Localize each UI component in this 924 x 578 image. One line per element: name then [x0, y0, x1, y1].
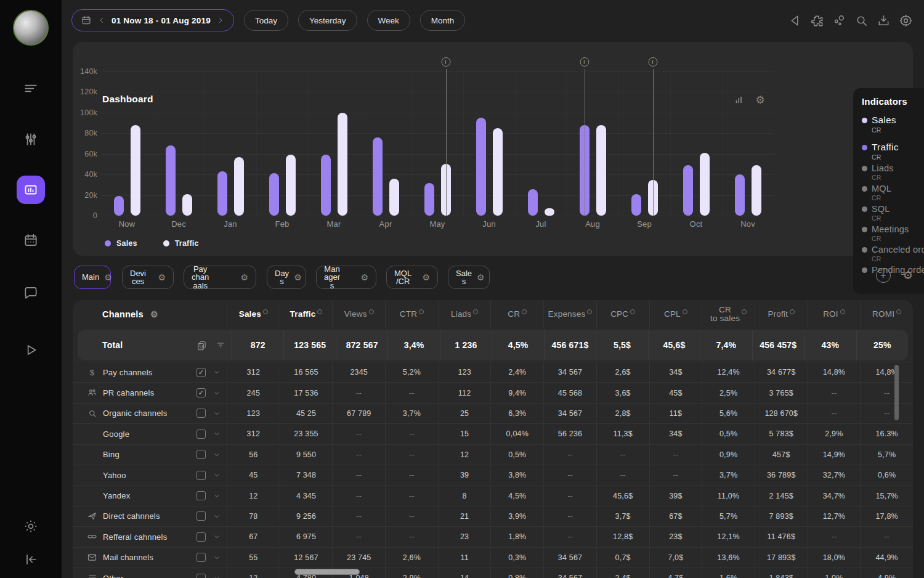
traffic-bar[interactable]: [493, 128, 503, 216]
tab-day-s[interactable]: Day s⚙: [267, 266, 306, 289]
sliders-icon[interactable]: [23, 131, 39, 147]
date-range-picker[interactable]: 01 Now 18 - 01 Aug 2019: [71, 9, 234, 31]
table-row-direct-cahnnels[interactable]: Direct cahnnels789 256----213,9%--3,7$67…: [73, 506, 913, 526]
bar-group-mar[interactable]: [308, 71, 360, 216]
download-icon[interactable]: [877, 14, 891, 28]
tab-sale-s[interactable]: Sale s⚙: [448, 266, 490, 289]
legend-item-traffic[interactable]: Traffic: [163, 239, 199, 248]
copy-pages-icon[interactable]: [197, 340, 207, 351]
yesterday-button[interactable]: Yesterday: [298, 10, 357, 31]
gear-icon[interactable]: ⚙: [477, 273, 485, 282]
table-row-mail-channels[interactable]: Mail channels5512 56723 7452,6%110,3%34 …: [73, 547, 913, 568]
bar-group-feb[interactable]: [256, 71, 308, 216]
bar-group-nov[interactable]: [722, 71, 774, 216]
chevron-down-icon[interactable]: [213, 410, 221, 417]
column-header-cpc[interactable]: CPC: [596, 300, 649, 328]
puzzle-icon[interactable]: [810, 14, 824, 28]
chevron-right-icon[interactable]: [216, 16, 225, 25]
brightness-icon[interactable]: [23, 518, 39, 534]
table-row-yahoo[interactable]: Yahoo457 348----393,8%------3,7%36 789$3…: [73, 465, 913, 485]
traffic-bar[interactable]: [545, 208, 554, 216]
row-checkbox[interactable]: ✓: [197, 388, 206, 397]
indicator-liads[interactable]: Liads1 236CR3,5%: [862, 163, 924, 181]
tab-mql-cr[interactable]: MQL /CR⚙: [386, 266, 438, 289]
row-checkbox[interactable]: [197, 491, 206, 500]
gear-icon[interactable]: ⚙: [158, 273, 166, 282]
gear-icon[interactable]: ⚙: [150, 310, 158, 319]
gear-icon[interactable]: ⚙: [240, 273, 248, 282]
tab-man-ager-s[interactable]: Man ager s⚙: [316, 266, 376, 289]
gear-icon[interactable]: ⚙: [422, 273, 430, 282]
row-checkbox[interactable]: [197, 532, 206, 542]
indicator-sales[interactable]: Sales872CR71%: [862, 115, 924, 134]
avatar[interactable]: [13, 10, 49, 46]
today-button[interactable]: Today: [244, 10, 288, 31]
info-icon[interactable]: [473, 309, 478, 314]
indicator-traffic[interactable]: Traffic123 565CR2,5%: [862, 142, 924, 161]
column-header-cr-to-sales[interactable]: CR to sales: [702, 300, 755, 328]
bar-group-jun[interactable]: [463, 71, 515, 216]
table-total-row[interactable]: Total 872123 565872 5673,4%1 2364,5%456 …: [78, 330, 908, 360]
traffic-bar[interactable]: [596, 125, 606, 216]
info-icon[interactable]: [840, 309, 845, 314]
table-row-pr-cahannels[interactable]: PR cahannels✓24517 536----1129,4%45 5683…: [73, 382, 913, 402]
gear-icon[interactable]: ⚙: [360, 273, 368, 282]
chart-plot[interactable]: !!!: [101, 71, 774, 216]
month-button[interactable]: Month: [420, 10, 466, 31]
chevron-down-icon[interactable]: [213, 533, 221, 540]
info-icon[interactable]: [896, 309, 901, 314]
gear-icon[interactable]: [899, 14, 913, 28]
column-header-views[interactable]: Views: [332, 300, 385, 328]
indicator-canceled-order[interactable]: Canceled order459CR23%: [862, 245, 924, 263]
sales-bar[interactable]: [373, 137, 383, 216]
gear-icon[interactable]: ⚙: [903, 270, 913, 281]
column-header-traffic[interactable]: Traffic: [280, 300, 333, 328]
info-icon[interactable]: [790, 309, 795, 314]
column-header-ctr[interactable]: CTR: [385, 300, 438, 328]
row-checkbox[interactable]: [197, 511, 206, 521]
sales-bar[interactable]: [476, 118, 486, 216]
sales-bar[interactable]: [166, 145, 176, 216]
calendar-icon[interactable]: [23, 232, 39, 248]
table-vertical-scrollbar[interactable]: [894, 365, 899, 420]
bar-group-jul[interactable]: [515, 71, 567, 216]
bar-group-aug[interactable]: !: [567, 71, 618, 216]
tab-main[interactable]: Main⚙: [74, 266, 111, 289]
week-button[interactable]: Week: [367, 10, 410, 31]
traffic-bar[interactable]: [182, 194, 192, 216]
search-icon[interactable]: [854, 14, 869, 28]
row-checkbox[interactable]: [197, 409, 206, 418]
chevron-down-icon[interactable]: [213, 471, 221, 479]
traffic-bar[interactable]: [131, 125, 140, 216]
chevron-left-icon[interactable]: [97, 16, 106, 25]
annotation-marker-icon[interactable]: !: [580, 57, 589, 67]
sales-bar[interactable]: [683, 165, 693, 216]
indicator-meetings[interactable]: Meetings342CR34%: [862, 224, 924, 242]
info-icon[interactable]: [369, 309, 374, 314]
bar-group-oct[interactable]: [670, 71, 722, 216]
info-icon[interactable]: [742, 309, 747, 314]
bar-group-now[interactable]: [101, 71, 153, 216]
table-row-yandex[interactable]: Yandex124 345----84,5%--45,6$39$11,0%2 1…: [73, 485, 913, 505]
table-row-pay-channels[interactable]: $Pay channels✓31216 56523455,2%1232,4%34…: [73, 362, 913, 382]
bar-group-apr[interactable]: [360, 71, 411, 216]
bar-group-dec[interactable]: [153, 71, 205, 216]
table-row-other[interactable]: Other124 7801 0482,9%140,8%34 5672,4$4,7…: [73, 568, 913, 578]
collapse-icon[interactable]: [23, 552, 39, 568]
column-header-cpl[interactable]: CPL: [649, 300, 702, 328]
info-icon[interactable]: [522, 309, 527, 314]
traffic-bar[interactable]: [286, 155, 296, 216]
chevron-down-icon[interactable]: [213, 492, 221, 500]
table-row-google[interactable]: Google31223 355----150,04%56 23611,3$34$…: [73, 423, 913, 444]
column-header-roi[interactable]: ROI: [808, 300, 861, 328]
traffic-bar[interactable]: [338, 113, 347, 216]
bar-group-sep[interactable]: !: [618, 71, 670, 216]
bar-group-jan[interactable]: [205, 71, 256, 216]
column-header-romi[interactable]: ROMI: [860, 300, 913, 328]
chevron-down-icon[interactable]: [213, 389, 221, 397]
table-row-bing[interactable]: Bing569 550----120,5%------0,9%457$14,9%…: [73, 444, 913, 465]
row-checkbox[interactable]: [197, 429, 206, 439]
tab-devi-ces[interactable]: Devi ces⚙: [122, 266, 174, 289]
column-header-expenses[interactable]: Expenses: [543, 300, 596, 328]
sidebar-item-dashboard[interactable]: [17, 176, 45, 204]
